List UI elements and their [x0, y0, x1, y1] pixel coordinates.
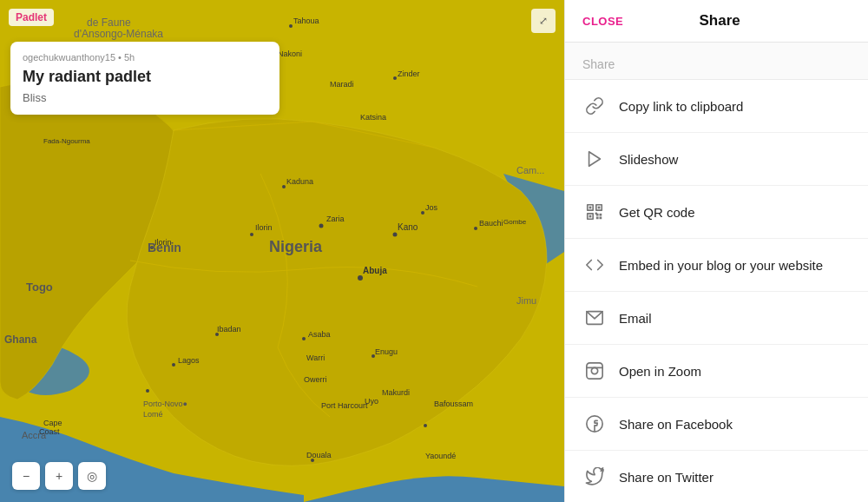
svg-text:Bauchi: Bauchi: [479, 219, 503, 228]
share-label-row: Share: [565, 43, 868, 79]
code-icon: [582, 253, 607, 277]
twitter-label: Share on Twitter: [619, 470, 713, 485]
svg-text:d'Ansongo-Ménaka: d'Ansongo-Ménaka: [74, 28, 163, 40]
share-item-slideshow[interactable]: Slideshow: [565, 133, 868, 186]
zoom-label: Open in Zoom: [619, 364, 701, 379]
share-item-qr[interactable]: Get QR code: [565, 186, 868, 239]
svg-text:Douala: Douala: [306, 451, 332, 459]
svg-text:Cam...: Cam...: [516, 165, 544, 175]
email-label: Email: [619, 311, 652, 326]
share-item-embed[interactable]: Embed in your blog or your website: [565, 239, 868, 292]
svg-rect-69: [596, 214, 599, 216]
svg-text:Bafoussam: Bafoussam: [434, 400, 473, 408]
svg-rect-67: [589, 215, 592, 218]
twitter-icon: [582, 465, 607, 489]
svg-text:Ibadan: Ibadan: [217, 325, 241, 334]
svg-text:Abuja: Abuja: [363, 266, 387, 275]
svg-point-7: [146, 389, 149, 393]
post-tag: Bliss: [23, 91, 267, 104]
svg-point-10: [474, 227, 477, 230]
svg-point-8: [393, 233, 398, 237]
svg-text:Zaria: Zaria: [326, 215, 345, 223]
svg-text:Coast: Coast: [39, 427, 60, 436]
facebook-icon: [582, 412, 607, 436]
svg-rect-74: [587, 363, 602, 379]
svg-rect-66: [598, 207, 601, 209]
svg-point-6: [172, 363, 175, 367]
svg-text:Port Harcourt: Port Harcourt: [321, 401, 368, 410]
map-container: Abuja Zaria Ilorin Kano Jos Bauchi Gombe…: [0, 0, 564, 502]
svg-rect-71: [596, 217, 599, 220]
svg-text:Togo: Togo: [26, 281, 53, 294]
share-items-list: Copy link to clipboard Slideshow: [565, 79, 868, 502]
svg-text:Nakoni: Nakoni: [278, 50, 302, 58]
svg-text:Lagos: Lagos: [178, 356, 200, 365]
svg-text:de Faune: de Faune: [87, 17, 131, 29]
post-title: My radiant padlet: [23, 68, 267, 86]
svg-text:Kano: Kano: [398, 222, 418, 232]
svg-text:Ghana: Ghana: [4, 334, 37, 346]
svg-text:Yaoundé: Yaoundé: [425, 452, 456, 460]
svg-text:Zinder: Zinder: [398, 69, 420, 78]
svg-point-12: [424, 424, 427, 427]
close-button[interactable]: CLOSE: [582, 15, 623, 28]
share-item-copy-link[interactable]: Copy link to clipboard: [565, 80, 868, 133]
location-button[interactable]: ◎: [78, 462, 106, 490]
svg-rect-65: [589, 207, 592, 209]
map-controls: − + ◎: [12, 462, 106, 490]
svg-text:Maradi: Maradi: [330, 80, 354, 89]
embed-label: Embed in your blog or your website: [619, 258, 823, 273]
svg-text:Ilorin: Ilorin: [255, 223, 273, 232]
slideshow-label: Slideshow: [619, 152, 678, 167]
svg-text:Jimu: Jimu: [516, 295, 536, 306]
svg-text:Cape: Cape: [43, 419, 62, 427]
svg-text:Uyo: Uyo: [365, 397, 378, 406]
qr-icon: [582, 200, 607, 224]
svg-text:Katsina: Katsina: [360, 113, 386, 122]
share-item-twitter[interactable]: Share on Twitter: [565, 451, 868, 502]
zoom-icon: [582, 359, 607, 383]
svg-point-9: [421, 211, 424, 215]
share-panel: CLOSE Share Share Copy link to clipboard: [564, 0, 868, 502]
svg-text:Owerri: Owerri: [304, 375, 327, 384]
svg-text:Tahoua: Tahoua: [293, 17, 319, 25]
svg-text:Asaba: Asaba: [308, 330, 331, 339]
svg-marker-61: [589, 152, 601, 167]
padlet-logo: Padlet: [9, 9, 54, 26]
mail-icon: [582, 306, 607, 330]
svg-point-60: [282, 185, 286, 188]
svg-text:Warri: Warri: [306, 353, 325, 362]
share-item-email[interactable]: Email: [565, 292, 868, 345]
svg-text:Kaduna: Kaduna: [286, 177, 313, 186]
share-header: CLOSE Share: [565, 0, 868, 43]
share-section-label: Share: [582, 57, 615, 71]
zoom-in-button[interactable]: +: [45, 462, 73, 490]
post-meta: ogechukwuanthony15 • 5h: [23, 52, 267, 63]
share-item-zoom[interactable]: Open in Zoom: [565, 345, 868, 398]
qr-label: Get QR code: [619, 205, 695, 220]
svg-text:Makurdi: Makurdi: [382, 388, 410, 397]
share-item-facebook[interactable]: Share on Facebook: [565, 398, 868, 451]
zoom-out-button[interactable]: −: [12, 462, 40, 490]
svg-text:Lomé: Lomé: [143, 410, 163, 419]
facebook-label: Share on Facebook: [619, 417, 733, 432]
share-panel-title: Share: [623, 12, 816, 30]
svg-text:Gombe: Gombe: [503, 218, 527, 226]
svg-text:Benin: Benin: [148, 241, 181, 254]
svg-text:Fada-Ngourma: Fada-Ngourma: [43, 137, 90, 145]
play-icon: [582, 147, 607, 171]
post-card: ogechukwuanthony15 • 5h My radiant padle…: [10, 42, 279, 115]
svg-point-3: [358, 275, 363, 281]
svg-text:Enugu: Enugu: [375, 347, 398, 356]
svg-point-75: [591, 367, 597, 373]
link-icon: [582, 94, 607, 118]
svg-point-18: [393, 76, 397, 80]
svg-text:Jos: Jos: [425, 203, 438, 212]
expand-button[interactable]: ⤢: [531, 9, 556, 33]
svg-rect-72: [600, 217, 602, 220]
svg-text:Porto-Novo●: Porto-Novo●: [143, 400, 187, 408]
svg-point-13: [302, 337, 306, 340]
svg-rect-70: [600, 214, 602, 216]
svg-point-17: [289, 24, 293, 28]
svg-point-4: [319, 224, 324, 228]
